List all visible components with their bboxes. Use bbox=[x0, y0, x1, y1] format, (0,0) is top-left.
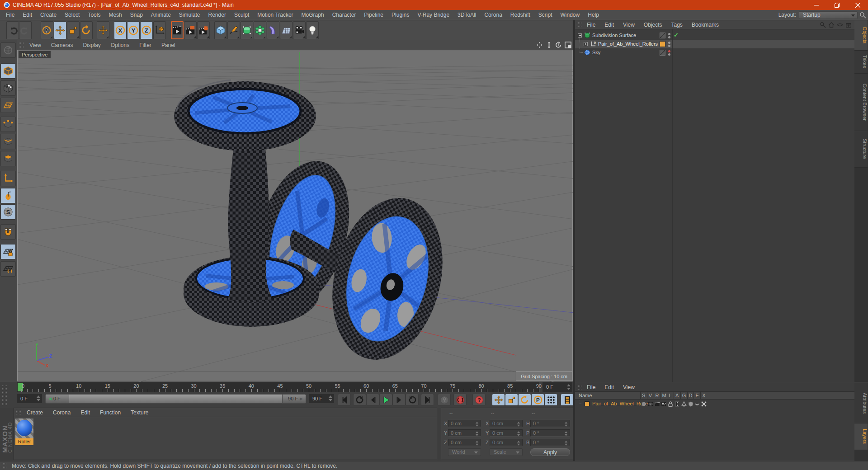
om-menu-bookmarks[interactable]: Bookmarks bbox=[687, 21, 723, 29]
menu-tools[interactable]: Tools bbox=[84, 10, 104, 19]
layer-row[interactable]: Pair_of_Ab_Wheel_Rollers bbox=[575, 400, 854, 408]
viewport-drag-handle[interactable] bbox=[19, 42, 24, 48]
add-subdiv-button[interactable] bbox=[241, 21, 253, 39]
menu-select[interactable]: Select bbox=[61, 10, 84, 19]
om-menu-edit[interactable]: Edit bbox=[600, 21, 618, 29]
tab-objects[interactable]: Objects bbox=[854, 20, 868, 51]
menu-script[interactable]: Script bbox=[534, 10, 557, 19]
search-icon[interactable] bbox=[820, 22, 826, 28]
layout-dropdown[interactable]: Startup bbox=[799, 11, 858, 19]
om-menu-file[interactable]: File bbox=[582, 21, 600, 29]
editor-visibility-dot[interactable] bbox=[668, 42, 670, 44]
object-row-sky[interactable]: Sky bbox=[575, 48, 854, 57]
end-button[interactable] bbox=[421, 394, 434, 406]
move-button[interactable] bbox=[492, 394, 505, 406]
record-q-button[interactable]: ? bbox=[472, 394, 486, 406]
menu-animate[interactable]: Animate bbox=[147, 10, 175, 19]
preview-range-slider[interactable]: ◄0 F 90 F► bbox=[45, 394, 306, 404]
pan-view-icon[interactable] bbox=[536, 42, 543, 48]
layer-toggle-x[interactable] bbox=[701, 401, 707, 407]
material-drag-handle[interactable] bbox=[16, 409, 21, 415]
menu-help[interactable]: Help bbox=[584, 10, 603, 19]
layer-toggle-l[interactable] bbox=[668, 401, 673, 407]
add-spline-button[interactable] bbox=[227, 21, 240, 39]
axis-z-button[interactable]: Z bbox=[140, 21, 153, 39]
dots-button[interactable] bbox=[544, 394, 557, 406]
layer-toggle-v[interactable] bbox=[648, 401, 653, 407]
menu-render[interactable]: Render bbox=[204, 10, 230, 19]
prevkey-button[interactable] bbox=[353, 394, 366, 406]
move-button[interactable] bbox=[54, 21, 66, 39]
menu-character[interactable]: Character bbox=[328, 10, 360, 19]
mat-menu-texture[interactable]: Texture bbox=[126, 409, 153, 417]
rotate-button[interactable] bbox=[80, 21, 93, 39]
om-menu-view[interactable]: View bbox=[618, 21, 639, 29]
record-button[interactable] bbox=[453, 394, 467, 406]
frame-end-field[interactable]: 90 F bbox=[309, 394, 334, 403]
menu-pipeline[interactable]: Pipeline bbox=[360, 10, 387, 19]
object-name[interactable]: Subdivision Surface bbox=[592, 33, 636, 38]
coords-position-field-Y[interactable]: 0 cm bbox=[448, 429, 481, 437]
workplane-mode-button[interactable] bbox=[0, 98, 16, 113]
visibility-toggle[interactable] bbox=[660, 50, 665, 56]
view-label[interactable]: Perspective bbox=[19, 51, 51, 58]
play-button[interactable] bbox=[379, 394, 392, 406]
layer-color-swatch[interactable] bbox=[585, 401, 590, 406]
points-mode-button[interactable] bbox=[0, 117, 16, 132]
expand-icon[interactable] bbox=[584, 42, 588, 46]
lp-menu-edit[interactable]: Edit bbox=[600, 383, 618, 391]
layer-color-chip[interactable] bbox=[660, 41, 665, 47]
vp-menu-display[interactable]: Display bbox=[78, 41, 105, 49]
layer-toggle-s[interactable] bbox=[641, 401, 646, 407]
frame-start-field[interactable]: 0 F bbox=[17, 394, 42, 403]
apply-button[interactable]: Apply bbox=[530, 448, 570, 456]
add-camera-button[interactable] bbox=[293, 21, 306, 39]
vp-menu-panel[interactable]: Panel bbox=[156, 41, 180, 49]
range-start-handle[interactable]: ◄0 F bbox=[46, 395, 69, 403]
mat-menu-create[interactable]: Create bbox=[22, 409, 48, 417]
axis-y-button[interactable]: Y bbox=[127, 21, 140, 39]
nextkey-button[interactable] bbox=[406, 394, 419, 406]
coords-rotation-field-H[interactable]: 0 ° bbox=[530, 420, 570, 427]
render-visibility-dot[interactable] bbox=[668, 45, 670, 47]
undo-button[interactable] bbox=[6, 21, 19, 39]
add-light-button[interactable] bbox=[306, 21, 319, 39]
texture-mode-button[interactable] bbox=[0, 80, 16, 96]
dolly-view-icon[interactable] bbox=[546, 42, 552, 48]
coords-size-field-X[interactable]: 0 cm bbox=[490, 420, 523, 427]
om-menu-objects[interactable]: Objects bbox=[639, 21, 667, 29]
prev-button[interactable] bbox=[366, 394, 379, 406]
render-visibility-dot[interactable] bbox=[668, 53, 670, 56]
layer-toggle-e[interactable] bbox=[694, 401, 700, 407]
snap-button[interactable] bbox=[0, 224, 16, 240]
status-drag-handle[interactable] bbox=[1, 463, 6, 469]
object-name[interactable]: Sky bbox=[592, 50, 600, 55]
quantize-button[interactable] bbox=[0, 261, 16, 277]
tab-content-browser[interactable]: Content Browser bbox=[854, 74, 868, 131]
menu-3dtoall[interactable]: 3DToAll bbox=[453, 10, 480, 19]
polygons-mode-button[interactable] bbox=[0, 151, 16, 166]
vp-menu-options[interactable]: Options bbox=[106, 41, 134, 49]
lp-menu-file[interactable]: File bbox=[582, 383, 600, 391]
lp-menu-view[interactable]: View bbox=[618, 383, 639, 391]
redo-button[interactable] bbox=[19, 21, 32, 39]
coords-size-field-Z[interactable]: 0 cm bbox=[490, 439, 523, 446]
live-selection-button[interactable] bbox=[41, 21, 53, 39]
add-deformer-button[interactable] bbox=[267, 21, 279, 39]
maximize-view-icon[interactable] bbox=[565, 42, 571, 48]
menu-file[interactable]: File bbox=[2, 10, 19, 19]
tab-attributes[interactable]: Attributes bbox=[854, 383, 868, 423]
object-manager-drag-handle[interactable] bbox=[576, 22, 581, 28]
mat-menu-edit[interactable]: Edit bbox=[75, 409, 95, 417]
roller1-top-wheel[interactable] bbox=[174, 80, 316, 151]
tab-takes[interactable]: Takes bbox=[854, 51, 868, 74]
mat-menu-function[interactable]: Function bbox=[95, 409, 126, 417]
edges-mode-button[interactable] bbox=[0, 134, 16, 149]
menu-window[interactable]: Window bbox=[557, 10, 584, 19]
render-region-button[interactable] bbox=[184, 21, 197, 39]
coords-position-field-Z[interactable]: 0 cm bbox=[448, 439, 481, 446]
scale-dropdown[interactable]: Scale bbox=[490, 448, 523, 456]
add-array-button[interactable] bbox=[254, 21, 266, 39]
film-button[interactable] bbox=[561, 394, 574, 406]
render-settings-button[interactable] bbox=[197, 21, 210, 39]
